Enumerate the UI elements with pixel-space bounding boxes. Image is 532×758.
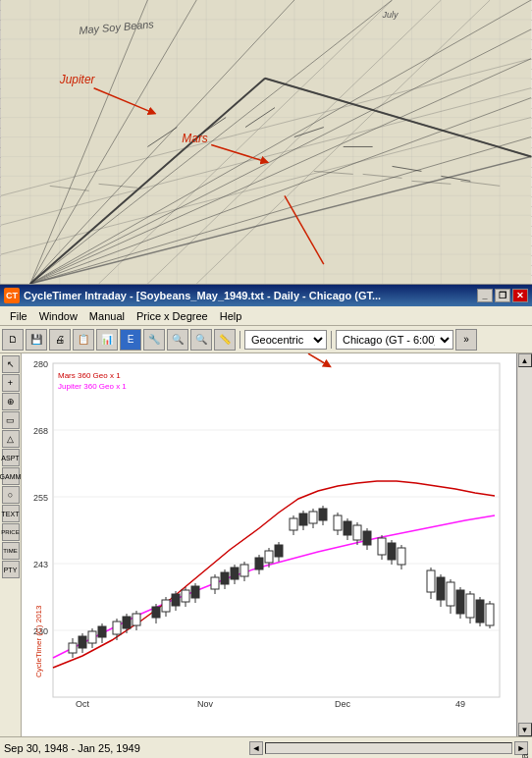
svg-rect-114 bbox=[240, 565, 248, 576]
tb-chart1[interactable]: 📊 bbox=[96, 329, 118, 351]
tool-aspt[interactable]: ASPT bbox=[2, 449, 20, 466]
tb-new[interactable]: 🗋 bbox=[2, 329, 24, 351]
svg-text:255: 255 bbox=[33, 493, 48, 503]
menu-file[interactable]: File bbox=[4, 309, 33, 323]
toolbar: 🗋 💾 🖨 📋 📊 E 🔧 🔍 🔍 📏 Geocentric Heliocent… bbox=[0, 326, 532, 353]
svg-rect-140 bbox=[388, 543, 396, 560]
svg-text:July: July bbox=[382, 10, 399, 20]
svg-rect-120 bbox=[275, 545, 283, 557]
svg-text:Nov: Nov bbox=[197, 699, 214, 709]
title-bar: CT CycleTimer Intraday - [Soybeans_May_1… bbox=[0, 285, 532, 306]
tool-crosshair[interactable]: + bbox=[2, 374, 20, 392]
menu-help[interactable]: Help bbox=[214, 309, 248, 323]
jupiter-legend-label: Jupiter 360 Geo x 1 bbox=[58, 382, 127, 391]
date-prev-btn[interactable]: ◄ bbox=[249, 741, 263, 755]
tool-gamm[interactable]: GAMM bbox=[2, 467, 20, 485]
tool-plus[interactable]: ⊕ bbox=[2, 393, 20, 410]
tool-triangle[interactable]: △ bbox=[2, 430, 20, 448]
svg-rect-94 bbox=[123, 617, 131, 628]
svg-rect-112 bbox=[231, 568, 239, 579]
menu-manual[interactable]: Manual bbox=[83, 309, 131, 323]
svg-rect-88 bbox=[88, 631, 96, 643]
tool-text[interactable]: TEXT bbox=[2, 505, 20, 522]
tb-measure[interactable]: 📏 bbox=[214, 329, 236, 351]
svg-text:Oct: Oct bbox=[76, 699, 90, 709]
scroll-track bbox=[518, 367, 532, 723]
tb-search1[interactable]: 🔍 bbox=[167, 329, 188, 351]
tb-save[interactable]: 💾 bbox=[26, 329, 47, 351]
svg-rect-84 bbox=[69, 643, 77, 653]
scroll-up-btn[interactable]: ▲ bbox=[518, 353, 532, 367]
tb-chart2[interactable]: E bbox=[120, 329, 141, 351]
svg-rect-102 bbox=[172, 594, 180, 606]
svg-rect-148 bbox=[447, 582, 454, 606]
tool-time[interactable]: TIME bbox=[2, 542, 20, 560]
restore-button[interactable]: ❐ bbox=[495, 289, 510, 302]
svg-rect-142 bbox=[398, 548, 405, 565]
date-bar: Sep 30, 1948 - Jan 25, 1949 ◄ ► bbox=[0, 736, 532, 758]
svg-rect-86 bbox=[79, 636, 86, 648]
svg-rect-106 bbox=[191, 586, 199, 598]
svg-rect-134 bbox=[353, 525, 361, 540]
svg-rect-69 bbox=[53, 363, 500, 697]
menu-price-degree[interactable]: Price x Degree bbox=[131, 309, 214, 323]
jupiter-label: Jupiter bbox=[59, 73, 96, 86]
tb-settings[interactable]: 🔧 bbox=[143, 329, 165, 351]
menu-bar: File Window Manual Price x Degree Help bbox=[0, 306, 532, 326]
tool-circle[interactable]: ○ bbox=[2, 486, 20, 504]
watermark-label: CycleTimer (C) 2013 bbox=[34, 605, 43, 677]
timezone-dropdown[interactable]: Chicago (GT - 6:00) bbox=[336, 330, 453, 350]
svg-rect-116 bbox=[255, 558, 263, 569]
tb-sep1 bbox=[239, 331, 240, 349]
svg-rect-118 bbox=[265, 551, 273, 563]
svg-rect-92 bbox=[113, 622, 121, 634]
right-scrollbar[interactable]: ▲ ▼ bbox=[516, 353, 532, 736]
tool-arrow[interactable]: ↖ bbox=[2, 355, 20, 373]
svg-rect-136 bbox=[363, 531, 371, 545]
svg-rect-96 bbox=[133, 614, 140, 625]
svg-text:280: 280 bbox=[33, 359, 48, 369]
svg-rect-144 bbox=[427, 570, 435, 592]
svg-rect-90 bbox=[98, 626, 106, 637]
siderea-label: Siderea bbox=[519, 750, 530, 759]
svg-rect-132 bbox=[344, 521, 351, 535]
tool-rect[interactable]: ▭ bbox=[2, 411, 20, 429]
sketch-svg: May Soy Beans July Jupiter Mars bbox=[0, 0, 532, 284]
date-scroll-track[interactable] bbox=[265, 742, 512, 754]
app-icon: CT bbox=[4, 288, 20, 303]
svg-rect-108 bbox=[211, 577, 219, 589]
tool-pty[interactable]: PTY bbox=[2, 561, 20, 578]
menu-window[interactable]: Window bbox=[33, 309, 83, 323]
svg-rect-154 bbox=[476, 600, 484, 623]
date-range: Sep 30, 1948 - Jan 25, 1949 bbox=[4, 742, 249, 754]
close-button[interactable]: ✕ bbox=[512, 289, 528, 302]
scroll-down-btn[interactable]: ▼ bbox=[518, 723, 532, 736]
mars-label: Mars bbox=[182, 131, 208, 144]
left-toolbar: ↖ + ⊕ ▭ △ ASPT GAMM ○ TEXT PRICE TIME PT… bbox=[0, 353, 22, 736]
window-title: CycleTimer Intraday - [Soybeans_May_1949… bbox=[24, 290, 475, 301]
svg-rect-110 bbox=[221, 572, 229, 584]
svg-text:49: 49 bbox=[455, 699, 465, 709]
geocentric-dropdown[interactable]: Geocentric Heliocentric bbox=[244, 330, 327, 350]
cycletime-window: CT CycleTimer Intraday - [Soybeans_May_1… bbox=[0, 285, 532, 758]
sketch-area: May Soy Beans July Jupiter Mars bbox=[0, 0, 532, 285]
tb-print[interactable]: 🖨 bbox=[49, 329, 71, 351]
svg-text:268: 268 bbox=[33, 426, 48, 436]
tb-copy[interactable]: 📋 bbox=[73, 329, 94, 351]
tb-search2[interactable]: 🔍 bbox=[190, 329, 212, 351]
svg-rect-98 bbox=[152, 607, 160, 618]
chart-area: 280 268 255 243 230 Oct Nov Dec 49 bbox=[22, 353, 516, 736]
svg-rect-152 bbox=[466, 594, 474, 618]
tb-more[interactable]: » bbox=[455, 329, 477, 351]
svg-rect-104 bbox=[182, 590, 189, 602]
svg-rect-128 bbox=[319, 509, 327, 520]
minimize-button[interactable]: _ bbox=[477, 289, 493, 302]
svg-rect-100 bbox=[162, 600, 170, 612]
chart-svg: 280 268 255 243 230 Oct Nov Dec 49 bbox=[22, 353, 516, 736]
main-content: ↖ + ⊕ ▭ △ ASPT GAMM ○ TEXT PRICE TIME PT… bbox=[0, 353, 532, 736]
tool-price[interactable]: PRICE bbox=[2, 523, 20, 541]
mars-legend-label: Mars 360 Geo x 1 bbox=[58, 371, 121, 380]
svg-rect-126 bbox=[309, 512, 317, 523]
svg-rect-146 bbox=[437, 577, 445, 600]
svg-rect-150 bbox=[456, 590, 464, 614]
